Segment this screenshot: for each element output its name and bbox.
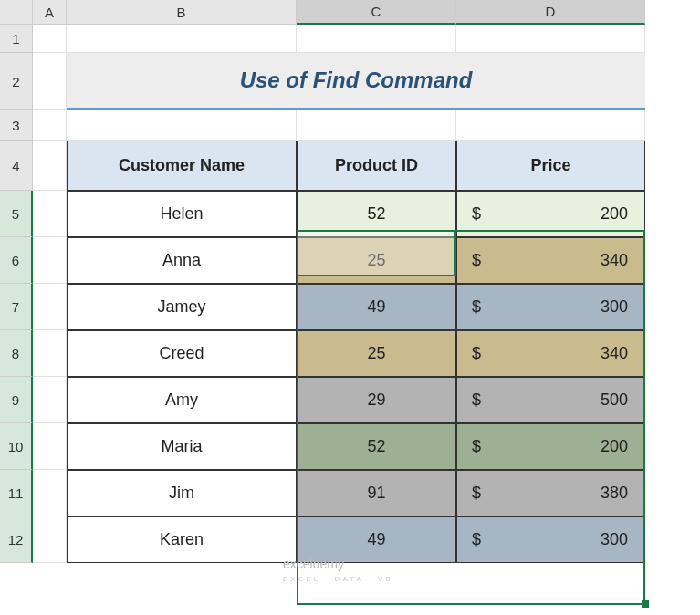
cell-price-5[interactable]: $200 xyxy=(456,423,645,470)
cell-B3[interactable] xyxy=(67,110,297,141)
currency-symbol: $ xyxy=(472,297,481,317)
cell-price-1[interactable]: $340 xyxy=(456,237,645,284)
page-title: Use of Find Command xyxy=(67,53,645,110)
row-header-9[interactable]: 9 xyxy=(0,377,33,423)
currency-symbol: $ xyxy=(472,391,481,410)
cell-name-1[interactable]: Anna xyxy=(67,237,297,284)
cell-pid-6[interactable]: 91 xyxy=(297,470,456,516)
cell-name-6[interactable]: Jim xyxy=(67,470,297,516)
col-header-B[interactable]: B xyxy=(67,0,297,25)
price-value: 340 xyxy=(601,344,628,363)
row-header-4[interactable]: 4 xyxy=(0,141,33,191)
price-value: 300 xyxy=(601,297,628,317)
cell-name-3[interactable]: Creed xyxy=(67,330,297,377)
header-product-id[interactable]: Product ID xyxy=(297,141,456,191)
col-header-C[interactable]: C xyxy=(297,0,456,25)
price-value: 200 xyxy=(601,204,628,224)
cell-C1[interactable] xyxy=(297,25,456,53)
header-price[interactable]: Price xyxy=(456,141,645,191)
row-header-8[interactable]: 8 xyxy=(0,330,33,377)
cell-name-0[interactable]: Helen xyxy=(67,191,297,237)
col-header-A[interactable]: A xyxy=(33,0,67,25)
cell-C3[interactable] xyxy=(297,110,456,141)
cell-name-7[interactable]: Karen xyxy=(67,516,297,563)
cell-A7[interactable] xyxy=(33,284,67,330)
cell-A6[interactable] xyxy=(33,237,67,284)
cell-price-2[interactable]: $300 xyxy=(456,284,645,330)
cell-price-3[interactable]: $340 xyxy=(456,330,645,377)
select-all-corner[interactable] xyxy=(0,0,33,25)
spreadsheet-grid: A B C D 1 2 Use of Find Command 3 4 Cust… xyxy=(0,0,700,563)
cell-B1[interactable] xyxy=(67,25,297,53)
cell-D3[interactable] xyxy=(456,110,645,141)
col-header-D[interactable]: D xyxy=(456,0,645,25)
cell-A4[interactable] xyxy=(33,141,67,191)
cell-pid-2[interactable]: 49 xyxy=(297,284,456,330)
currency-symbol: $ xyxy=(472,204,481,224)
cell-price-4[interactable]: $500 xyxy=(456,377,645,423)
row-header-1[interactable]: 1 xyxy=(0,25,33,53)
cell-price-7[interactable]: $300 xyxy=(456,516,645,563)
cell-pid-1[interactable]: 25 xyxy=(297,237,456,284)
row-header-12[interactable]: 12 xyxy=(0,516,33,563)
row-header-3[interactable]: 3 xyxy=(0,110,33,141)
cell-A9[interactable] xyxy=(33,377,67,423)
cell-A3[interactable] xyxy=(33,110,67,141)
price-value: 300 xyxy=(601,530,628,549)
cell-A12[interactable] xyxy=(33,516,67,563)
cell-A2[interactable] xyxy=(33,53,67,110)
cell-A8[interactable] xyxy=(33,330,67,377)
currency-symbol: $ xyxy=(472,251,481,270)
row-header-6[interactable]: 6 xyxy=(0,237,33,284)
cell-pid-5[interactable]: 52 xyxy=(297,423,456,470)
cell-name-5[interactable]: Maria xyxy=(67,423,297,470)
fill-handle[interactable] xyxy=(642,600,649,608)
row-header-2[interactable]: 2 xyxy=(0,53,33,110)
price-value: 340 xyxy=(601,251,628,270)
currency-symbol: $ xyxy=(472,344,481,363)
cell-pid-4[interactable]: 29 xyxy=(297,377,456,423)
cell-D1[interactable] xyxy=(456,25,645,53)
row-header-10[interactable]: 10 xyxy=(0,423,33,470)
header-customer-name[interactable]: Customer Name xyxy=(67,141,297,191)
cell-name-2[interactable]: Jamey xyxy=(67,284,297,330)
row-header-7[interactable]: 7 xyxy=(0,284,33,330)
cell-pid-7[interactable]: 49 xyxy=(297,516,456,563)
cell-price-6[interactable]: $380 xyxy=(456,470,645,516)
price-value: 200 xyxy=(601,437,628,456)
cell-A10[interactable] xyxy=(33,423,67,470)
cell-name-4[interactable]: Amy xyxy=(67,377,297,423)
cell-price-0[interactable]: $200 xyxy=(456,191,645,237)
currency-symbol: $ xyxy=(472,530,481,549)
price-value: 380 xyxy=(601,484,628,503)
row-header-11[interactable]: 11 xyxy=(0,470,33,516)
cell-A1[interactable] xyxy=(33,25,67,53)
row-header-5[interactable]: 5 xyxy=(0,191,33,237)
cell-pid-3[interactable]: 25 xyxy=(297,330,456,377)
currency-symbol: $ xyxy=(472,437,481,456)
currency-symbol: $ xyxy=(472,484,481,503)
cell-A5[interactable] xyxy=(33,191,67,237)
watermark-subtitle: EXCEL · DATA · VB xyxy=(283,575,393,583)
cell-pid-0[interactable]: 52 xyxy=(297,191,456,237)
cell-A11[interactable] xyxy=(33,470,67,516)
price-value: 500 xyxy=(601,391,628,410)
